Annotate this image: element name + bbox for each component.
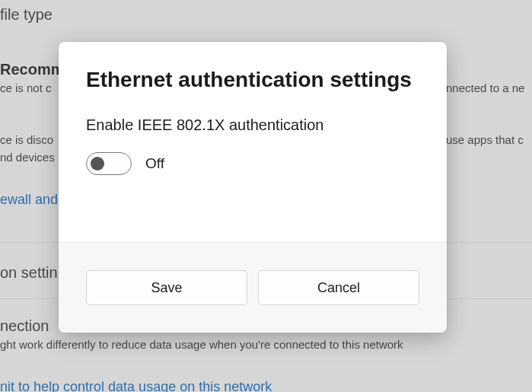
toggle-state-label: Off: [145, 155, 164, 172]
dialog-title: Ethernet authentication settings: [86, 68, 419, 92]
toggle-row: Off: [86, 152, 419, 175]
dialog-footer: Save Cancel: [59, 242, 447, 333]
save-button[interactable]: Save: [86, 270, 247, 305]
cancel-button[interactable]: Cancel: [258, 270, 419, 305]
ethernet-auth-dialog: Ethernet authentication settings Enable …: [59, 42, 447, 333]
toggle-knob: [91, 157, 104, 171]
dialog-body: Ethernet authentication settings Enable …: [59, 42, 447, 242]
enable-8021x-toggle[interactable]: [86, 152, 132, 175]
enable-8021x-label: Enable IEEE 802.1X authentication: [86, 116, 419, 134]
